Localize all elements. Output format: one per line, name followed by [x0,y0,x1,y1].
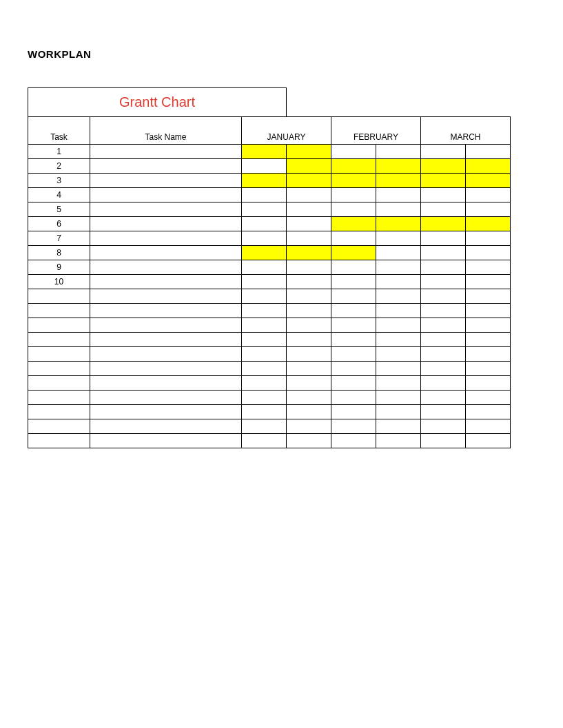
gantt-cell [242,318,287,333]
gantt-cell [242,434,287,448]
table-row: 8 [28,246,511,260]
table-row [28,347,511,362]
gantt-cell [376,347,421,362]
gantt-cell [242,202,287,217]
task-number-cell: 3 [28,174,90,188]
gantt-cell [421,347,466,362]
gantt-cell [421,217,466,231]
chart-title: Grantt Chart [28,88,287,117]
gantt-cell [331,419,376,434]
gantt-cell [242,289,287,304]
gantt-cell [376,333,421,347]
gantt-cell [421,275,466,289]
task-name-cell [90,145,242,159]
gantt-cell [242,188,287,202]
task-name-cell [90,318,242,333]
gantt-cell [466,362,511,376]
gantt-cell [242,275,287,289]
task-name-cell [90,347,242,362]
gantt-cell [287,289,331,304]
gantt-table: Grantt Chart Task Task Name JANUARY FEBR… [28,87,511,448]
task-name-cell [90,246,242,260]
gantt-cell [421,318,466,333]
gantt-cell [287,246,331,260]
gantt-cell [242,333,287,347]
gantt-cell [242,260,287,275]
task-name-cell [90,188,242,202]
gantt-cell [376,174,421,188]
gantt-cell [376,405,421,419]
task-number-cell [28,376,90,391]
gantt-cell [421,362,466,376]
gantt-cell [331,391,376,405]
task-number-cell: 8 [28,246,90,260]
gantt-cell [287,318,331,333]
gantt-cell [331,362,376,376]
gantt-cell [466,174,511,188]
gantt-cell [421,246,466,260]
gantt-cell [421,174,466,188]
gantt-cell [421,434,466,448]
gantt-cell [242,405,287,419]
gantt-cell [287,159,331,174]
gantt-cell [242,419,287,434]
task-number-cell [28,419,90,434]
task-number-cell [28,289,90,304]
gantt-cell [287,217,331,231]
gantt-cell [287,362,331,376]
gantt-cell [287,275,331,289]
task-name-cell [90,405,242,419]
task-name-cell [90,217,242,231]
gantt-cell [376,275,421,289]
gantt-cell [242,246,287,260]
gantt-cell [331,347,376,362]
table-row: 1 [28,145,511,159]
gantt-cell [331,188,376,202]
task-name-cell [90,434,242,448]
gantt-cell [466,405,511,419]
gantt-cell [287,434,331,448]
gantt-cell [376,260,421,275]
gantt-cell [287,145,331,159]
table-row: 5 [28,202,511,217]
gantt-cell [242,145,287,159]
task-number-cell [28,347,90,362]
task-number-cell [28,333,90,347]
gantt-cell [376,159,421,174]
gantt-cell [466,376,511,391]
task-number-cell: 9 [28,260,90,275]
task-number-cell [28,304,90,318]
table-row: 6 [28,217,511,231]
gantt-cell [421,376,466,391]
gantt-cell [331,376,376,391]
task-number-cell [28,434,90,448]
task-number-cell [28,405,90,419]
gantt-cell [466,231,511,246]
gantt-cell [242,362,287,376]
table-row [28,376,511,391]
gantt-cell [421,333,466,347]
table-row: 2 [28,159,511,174]
gantt-cell [376,289,421,304]
table-row [28,391,511,405]
header-task-name: Task Name [90,117,242,145]
spacer [466,88,511,117]
gantt-cell [421,188,466,202]
gantt-cell [287,260,331,275]
gantt-cell [287,333,331,347]
gantt-cell [331,246,376,260]
gantt-cell [376,202,421,217]
spacer [421,88,466,117]
gantt-cell [287,231,331,246]
task-name-cell [90,376,242,391]
gantt-cell [466,275,511,289]
gantt-cell [242,347,287,362]
table-row [28,289,511,304]
gantt-cell [421,202,466,217]
gantt-cell [421,289,466,304]
gantt-cell [421,405,466,419]
task-name-cell [90,231,242,246]
gantt-cell [242,159,287,174]
gantt-cell [466,145,511,159]
gantt-cell [331,289,376,304]
